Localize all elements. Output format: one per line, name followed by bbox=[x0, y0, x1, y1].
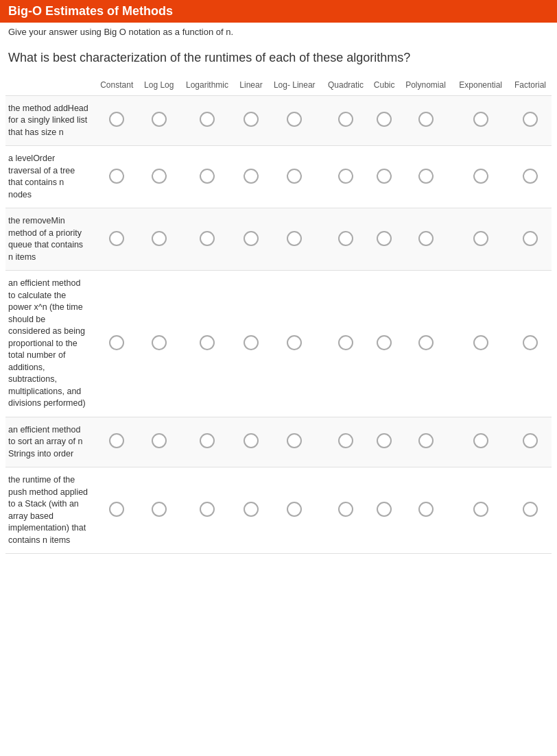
radio-row-2-log-log[interactable] bbox=[152, 169, 167, 184]
radio-row-6-constant[interactable] bbox=[109, 502, 124, 517]
cell-row-6-polynomial[interactable] bbox=[399, 467, 453, 554]
cell-row-6-cubic[interactable] bbox=[370, 467, 399, 554]
radio-row-3-log-log[interactable] bbox=[152, 231, 167, 246]
radio-row-2-quadratic[interactable] bbox=[338, 169, 353, 184]
radio-row-2-linear[interactable] bbox=[244, 169, 259, 184]
cell-row-4-quadratic[interactable] bbox=[322, 271, 369, 417]
radio-row-4-linear[interactable] bbox=[244, 335, 259, 350]
cell-row-5-log-log[interactable] bbox=[139, 417, 179, 467]
cell-row-5-constant[interactable] bbox=[95, 417, 139, 467]
cell-row-2-polynomial[interactable] bbox=[399, 146, 453, 208]
radio-row-3-factorial[interactable] bbox=[523, 231, 538, 246]
cell-row-4-linear[interactable] bbox=[235, 271, 267, 417]
cell-row-1-logarithmic[interactable] bbox=[179, 95, 235, 146]
radio-row-6-quadratic[interactable] bbox=[338, 502, 353, 517]
cell-row-2-log-log[interactable] bbox=[139, 146, 179, 208]
cell-row-4-exponential[interactable] bbox=[452, 271, 509, 417]
radio-row-5-linear[interactable] bbox=[244, 433, 259, 448]
cell-row-5-exponential[interactable] bbox=[452, 417, 509, 467]
radio-row-2-cubic[interactable] bbox=[377, 169, 392, 184]
radio-row-6-factorial[interactable] bbox=[523, 502, 538, 517]
radio-row-4-factorial[interactable] bbox=[523, 335, 538, 350]
radio-row-1-log-linear[interactable] bbox=[287, 112, 302, 127]
cell-row-3-logarithmic[interactable] bbox=[179, 208, 235, 271]
cell-row-1-polynomial[interactable] bbox=[399, 95, 453, 146]
cell-row-3-quadratic[interactable] bbox=[322, 208, 369, 271]
cell-row-2-cubic[interactable] bbox=[370, 146, 399, 208]
radio-row-4-log-log[interactable] bbox=[152, 335, 167, 350]
cell-row-4-factorial[interactable] bbox=[509, 271, 552, 417]
cell-row-4-log-linear[interactable] bbox=[267, 271, 322, 417]
radio-row-2-constant[interactable] bbox=[109, 169, 124, 184]
cell-row-6-factorial[interactable] bbox=[509, 467, 552, 554]
radio-row-1-logarithmic[interactable] bbox=[200, 112, 215, 127]
radio-row-4-logarithmic[interactable] bbox=[200, 335, 215, 350]
radio-row-2-logarithmic[interactable] bbox=[200, 169, 215, 184]
cell-row-5-logarithmic[interactable] bbox=[179, 417, 235, 467]
cell-row-2-log-linear[interactable] bbox=[267, 146, 322, 208]
cell-row-5-quadratic[interactable] bbox=[322, 417, 369, 467]
cell-row-1-cubic[interactable] bbox=[370, 95, 399, 146]
cell-row-6-log-log[interactable] bbox=[139, 467, 179, 554]
cell-row-6-logarithmic[interactable] bbox=[179, 467, 235, 554]
radio-row-3-cubic[interactable] bbox=[377, 231, 392, 246]
radio-row-1-exponential[interactable] bbox=[473, 112, 488, 127]
radio-row-3-quadratic[interactable] bbox=[338, 231, 353, 246]
cell-row-4-cubic[interactable] bbox=[370, 271, 399, 417]
cell-row-2-exponential[interactable] bbox=[452, 146, 509, 208]
cell-row-3-factorial[interactable] bbox=[509, 208, 552, 271]
cell-row-1-linear[interactable] bbox=[235, 95, 267, 146]
radio-row-4-polynomial[interactable] bbox=[418, 335, 434, 350]
cell-row-6-constant[interactable] bbox=[95, 467, 139, 554]
cell-row-6-quadratic[interactable] bbox=[322, 467, 369, 554]
cell-row-1-factorial[interactable] bbox=[509, 95, 552, 146]
radio-row-6-exponential[interactable] bbox=[473, 502, 488, 517]
radio-row-6-cubic[interactable] bbox=[377, 502, 392, 517]
cell-row-4-logarithmic[interactable] bbox=[179, 271, 235, 417]
radio-row-6-polynomial[interactable] bbox=[418, 502, 434, 517]
radio-row-2-polynomial[interactable] bbox=[418, 169, 434, 184]
radio-row-3-constant[interactable] bbox=[109, 231, 124, 246]
radio-row-6-linear[interactable] bbox=[244, 502, 259, 517]
radio-row-1-cubic[interactable] bbox=[377, 112, 392, 127]
radio-row-4-quadratic[interactable] bbox=[338, 335, 353, 350]
cell-row-1-quadratic[interactable] bbox=[322, 95, 369, 146]
radio-row-2-log-linear[interactable] bbox=[287, 169, 302, 184]
radio-row-1-log-log[interactable] bbox=[152, 112, 167, 127]
cell-row-6-exponential[interactable] bbox=[452, 467, 509, 554]
cell-row-1-constant[interactable] bbox=[95, 95, 139, 146]
radio-row-4-cubic[interactable] bbox=[377, 335, 392, 350]
radio-row-5-polynomial[interactable] bbox=[418, 433, 434, 448]
cell-row-5-cubic[interactable] bbox=[370, 417, 399, 467]
cell-row-2-factorial[interactable] bbox=[509, 146, 552, 208]
cell-row-6-linear[interactable] bbox=[235, 467, 267, 554]
radio-row-5-logarithmic[interactable] bbox=[200, 433, 215, 448]
radio-row-3-polynomial[interactable] bbox=[418, 231, 434, 246]
radio-row-4-exponential[interactable] bbox=[473, 335, 488, 350]
cell-row-4-polynomial[interactable] bbox=[399, 271, 453, 417]
radio-row-5-log-log[interactable] bbox=[152, 433, 167, 448]
cell-row-3-polynomial[interactable] bbox=[399, 208, 453, 271]
cell-row-1-exponential[interactable] bbox=[452, 95, 509, 146]
cell-row-5-linear[interactable] bbox=[235, 417, 267, 467]
cell-row-2-linear[interactable] bbox=[235, 146, 267, 208]
cell-row-5-polynomial[interactable] bbox=[399, 417, 453, 467]
radio-row-5-constant[interactable] bbox=[109, 433, 124, 448]
cell-row-1-log-log[interactable] bbox=[139, 95, 179, 146]
cell-row-4-log-log[interactable] bbox=[139, 271, 179, 417]
radio-row-1-polynomial[interactable] bbox=[418, 112, 434, 127]
radio-row-1-constant[interactable] bbox=[109, 112, 124, 127]
radio-row-2-exponential[interactable] bbox=[473, 169, 488, 184]
radio-row-6-log-linear[interactable] bbox=[287, 502, 302, 517]
radio-row-6-logarithmic[interactable] bbox=[200, 502, 215, 517]
radio-row-2-factorial[interactable] bbox=[523, 169, 538, 184]
cell-row-1-log-linear[interactable] bbox=[267, 95, 322, 146]
cell-row-3-log-linear[interactable] bbox=[267, 208, 322, 271]
radio-row-3-exponential[interactable] bbox=[473, 231, 488, 246]
cell-row-2-constant[interactable] bbox=[95, 146, 139, 208]
cell-row-3-log-log[interactable] bbox=[139, 208, 179, 271]
radio-row-3-linear[interactable] bbox=[244, 231, 259, 246]
radio-row-4-log-linear[interactable] bbox=[287, 335, 302, 350]
radio-row-1-quadratic[interactable] bbox=[338, 112, 353, 127]
radio-row-5-factorial[interactable] bbox=[523, 433, 538, 448]
